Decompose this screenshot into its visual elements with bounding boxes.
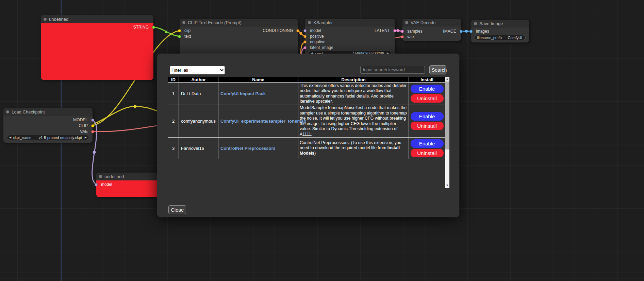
uninstall-button[interactable]: Uninstall: [411, 122, 444, 130]
search-button[interactable]: Search: [429, 65, 446, 74]
model-slot-dot[interactable]: [303, 29, 307, 32]
node-title-bar[interactable]: Load Checkpoint: [3, 108, 93, 116]
decrement-arrow-icon[interactable]: ◀: [9, 136, 11, 139]
uninstall-button[interactable]: Uninstall: [411, 149, 444, 157]
collapse-dot-icon[interactable]: [405, 21, 408, 24]
slot-label: CLIP: [79, 123, 88, 128]
search-input[interactable]: [360, 66, 425, 74]
cell-description: This extension offers various detector n…: [298, 83, 409, 105]
collapse-dot-icon[interactable]: [99, 175, 102, 178]
input-slot-model[interactable]: model: [96, 182, 112, 187]
input-slot-positive[interactable]: positive: [305, 34, 324, 39]
negative-slot-dot[interactable]: [303, 40, 307, 43]
samples-slot-dot[interactable]: [401, 30, 404, 33]
node-title: VAE Decode: [411, 20, 435, 25]
cell-name: ComfyUI Impact Pack: [218, 83, 298, 105]
close-button[interactable]: Close: [168, 205, 186, 214]
output-slot-latent[interactable]: LATENT: [375, 28, 395, 33]
node-vae-decode[interactable]: VAE Decode samples vae IMAGE: [402, 19, 461, 41]
cell-id: 2: [168, 105, 179, 138]
collapse-dot-icon[interactable]: [474, 22, 477, 25]
node-title: undefined: [104, 174, 124, 179]
slot-label: negative: [310, 39, 325, 44]
extension-link[interactable]: ComfyUI_experiments/sampler_tonemap: [220, 119, 306, 124]
node-title-bar[interactable]: KSampler: [305, 19, 395, 27]
output-slot-vae[interactable]: VAE: [80, 129, 93, 134]
extension-link[interactable]: ComfyUI Impact Pack: [220, 91, 266, 96]
input-slot-negative[interactable]: negative: [305, 39, 325, 45]
node-load-checkpoint[interactable]: Load Checkpoint MODEL CLIP VAE ◀ ckpt_na…: [3, 108, 93, 143]
description-text: ControlNet Preprocessors. (To use this e…: [300, 140, 401, 151]
output-slot-string[interactable]: STRING: [133, 24, 153, 30]
table-row: 1 Dr.Lt.Data ComfyUI Impact Pack This ex…: [168, 83, 445, 105]
ckpt-name-widget[interactable]: ◀ ckpt_name v1-5-pruned-emaonly.ckpt ▶: [7, 135, 89, 140]
cell-author: Dr.Lt.Data: [179, 83, 218, 105]
latent-slot-dot[interactable]: [393, 29, 396, 32]
string-slot-dot[interactable]: [152, 26, 155, 29]
node-body: samples vae IMAGE: [402, 27, 461, 41]
images-slot-dot[interactable]: [469, 30, 473, 33]
collapse-dot-icon[interactable]: [44, 18, 47, 21]
link-dot-image: [465, 30, 468, 33]
widget-value: ComfyUI: [508, 36, 523, 40]
widget-label: filename_prefix: [477, 36, 502, 40]
image-slot-dot[interactable]: [460, 30, 463, 33]
output-slot-clip[interactable]: CLIP: [79, 123, 93, 128]
node-title-bar[interactable]: undefined: [41, 15, 153, 23]
model-slot-dot[interactable]: [91, 119, 94, 122]
manager-dialog: Filter: all Search ID Author Name Descri…: [157, 54, 459, 217]
input-slot-vae[interactable]: vae: [402, 34, 414, 39]
slot-label: text: [184, 34, 191, 39]
node-save-image[interactable]: Save Image images filename_prefix ComfyU…: [471, 20, 529, 42]
header-author: Author: [179, 77, 218, 83]
input-slot-latent-image[interactable]: latent_image: [305, 45, 333, 50]
vae-slot-dot[interactable]: [401, 35, 404, 38]
input-slot-text[interactable]: text: [180, 34, 191, 39]
node-title-bar[interactable]: CLIP Text Encode (Prompt): [180, 19, 298, 27]
cell-author: Fannovel16: [179, 138, 218, 159]
node-title-bar[interactable]: Save Image: [471, 20, 529, 28]
filename-prefix-widget[interactable]: filename_prefix ComfyUI: [475, 35, 526, 40]
extension-table: ID Author Name Description Install 1 Dr.…: [168, 77, 445, 159]
model-slot-dot[interactable]: [95, 183, 98, 186]
node-undefined-top[interactable]: undefined STRING: [41, 15, 153, 80]
positive-slot-dot[interactable]: [303, 35, 307, 38]
output-slot-image[interactable]: IMAGE: [443, 29, 461, 34]
cell-name: ComfyUI_experiments/sampler_tonemap: [218, 105, 298, 138]
uninstall-button[interactable]: Uninstall: [411, 94, 444, 103]
scroll-up-icon[interactable]: ▲: [445, 77, 449, 82]
input-slot-images[interactable]: images: [471, 29, 489, 34]
enable-button[interactable]: Enable: [411, 139, 444, 148]
collapse-dot-icon[interactable]: [182, 21, 185, 24]
conditioning-slot-dot[interactable]: [296, 29, 299, 32]
collapse-dot-icon[interactable]: [308, 21, 311, 24]
increment-arrow-icon[interactable]: ▶: [85, 136, 87, 139]
cell-author: comfyanonymous: [179, 105, 218, 138]
table-scrollbar[interactable]: ▲ ▼: [445, 77, 449, 188]
enable-button[interactable]: Enable: [411, 85, 444, 93]
output-slot-conditioning[interactable]: CONDITIONING: [263, 28, 298, 33]
input-slot-samples[interactable]: samples: [402, 29, 423, 34]
enable-button[interactable]: Enable: [411, 112, 444, 121]
slot-label: MODEL: [73, 118, 88, 122]
header-install: Install: [409, 77, 445, 83]
filter-select[interactable]: Filter: all: [170, 66, 225, 74]
widget-value: v1-5-pruned-emaonly.ckpt: [39, 136, 83, 140]
header-name: Name: [218, 77, 298, 83]
latent-image-slot-dot[interactable]: [303, 46, 307, 49]
collapse-dot-icon[interactable]: [6, 110, 9, 113]
input-slot-clip[interactable]: clip: [180, 28, 191, 33]
node-title-bar[interactable]: VAE Decode: [402, 19, 461, 27]
clip-slot-dot[interactable]: [91, 124, 94, 127]
cell-name: ControlNet Preprocessors: [218, 138, 298, 159]
clip-slot-dot[interactable]: [178, 29, 181, 32]
description-text: ModelSamplerTonemapNoiseTest a node that…: [300, 105, 407, 137]
scrollbar-thumb[interactable]: [445, 82, 449, 150]
node-body: images filename_prefix ComfyUI: [471, 28, 529, 42]
scroll-down-icon[interactable]: ▼: [445, 183, 449, 188]
input-slot-model[interactable]: model: [305, 28, 321, 33]
text-slot-dot[interactable]: [178, 35, 181, 38]
vae-slot-dot[interactable]: [91, 130, 94, 133]
output-slot-model[interactable]: MODEL: [73, 117, 93, 123]
extension-link[interactable]: ControlNet Preprocessors: [220, 146, 276, 151]
